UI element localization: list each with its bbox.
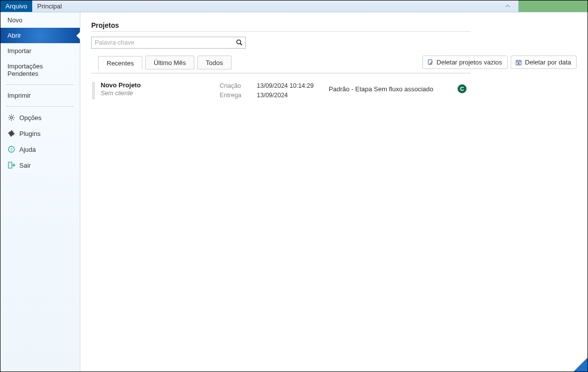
svg-text:?: ?: [10, 147, 12, 152]
svg-line-7: [13, 115, 13, 116]
sidebar-item-label: Sair: [19, 162, 31, 169]
delete-doc-icon: [427, 59, 434, 66]
svg-line-5: [9, 115, 9, 116]
ribbon-tab-principal[interactable]: Principal: [32, 0, 67, 12]
puzzle-icon: [7, 129, 15, 137]
tabs-and-actions-row: Recentes Último Mês Todos Deletar projet…: [91, 56, 577, 69]
project-client: Sem cliente: [101, 90, 220, 97]
svg-line-6: [13, 119, 13, 120]
project-badge-col: C: [458, 81, 467, 93]
page-title: Projetos: [91, 21, 577, 29]
resize-grip-corner[interactable]: [574, 358, 588, 372]
gear-icon: [7, 114, 15, 122]
file-menu-sidebar: Novo Abrir Importar Importações Pendente…: [0, 12, 80, 372]
sidebar-item-label: Plugins: [19, 130, 41, 137]
label-criacao: Criação: [220, 81, 257, 91]
project-status: Padrão - Etapa Sem fluxo associado: [329, 81, 458, 93]
sidebar-item-ajuda[interactable]: ? Ajuda: [0, 141, 80, 157]
search-input[interactable]: [95, 39, 235, 46]
sidebar-item-sair[interactable]: Sair: [0, 157, 80, 173]
project-actions: Deletar projetos vazios Deletar por data: [422, 56, 577, 69]
delete-by-date-button[interactable]: Deletar por data: [511, 56, 577, 69]
sidebar-item-novo[interactable]: Novo: [0, 12, 80, 28]
sidebar-item-abrir[interactable]: Abrir: [0, 28, 80, 43]
exit-icon: [7, 161, 15, 169]
sidebar-item-importar[interactable]: Importar: [0, 43, 80, 59]
tab-recentes[interactable]: Recentes: [98, 56, 142, 70]
status-badge-c: C: [458, 84, 467, 93]
delete-empty-button[interactable]: Deletar projetos vazios: [422, 56, 508, 69]
title-accent-block: [518, 0, 588, 12]
search-box[interactable]: [91, 37, 246, 49]
project-tabs: Recentes Último Mês Todos: [98, 56, 232, 69]
project-date-labels: Criação Entrega: [220, 81, 257, 100]
sidebar-item-opcoes[interactable]: Opções: [0, 110, 80, 125]
help-icon: ?: [7, 145, 15, 153]
svg-point-0: [10, 117, 12, 119]
project-title: Novo Projeto: [101, 81, 220, 89]
main-content: Projetos Recentes Último Mês Todos Delet…: [80, 12, 588, 372]
svg-point-12: [237, 40, 241, 44]
tabs-underline: [91, 73, 470, 73]
sidebar-item-importacoes-pendentes[interactable]: Importações Pendentes: [0, 59, 80, 81]
button-label: Deletar projetos vazios: [437, 59, 502, 66]
value-created: 13/09/2024 10:14:29: [257, 81, 329, 91]
tab-ultimo-mes[interactable]: Último Mês: [145, 56, 194, 69]
svg-rect-11: [8, 162, 12, 168]
svg-line-8: [9, 119, 9, 120]
svg-rect-16: [516, 61, 521, 65]
sidebar-separator: [6, 84, 74, 85]
value-delivery: 13/09/2024: [257, 91, 329, 100]
sidebar-item-plugins[interactable]: Plugins: [0, 125, 80, 141]
calendar-delete-icon: [515, 59, 522, 66]
sidebar-item-label: Opções: [19, 114, 42, 122]
tab-todos[interactable]: Todos: [197, 56, 232, 69]
button-label: Deletar por data: [525, 59, 571, 66]
sidebar-item-label: Ajuda: [19, 146, 36, 153]
top-ribbon: Arquivo Principal: [0, 0, 588, 12]
collapse-ribbon-icon[interactable]: [504, 2, 511, 9]
project-color-bar: [92, 82, 95, 99]
svg-line-13: [240, 44, 242, 46]
ribbon-tab-arquivo[interactable]: Arquivo: [0, 0, 32, 12]
project-date-values: 13/09/2024 10:14:29 13/09/2024: [257, 81, 329, 100]
title-divider: [91, 31, 470, 32]
project-name-col: Novo Projeto Sem cliente: [101, 81, 220, 97]
sidebar-separator: [6, 106, 74, 107]
sidebar-item-imprimir[interactable]: Imprimir: [0, 88, 80, 103]
search-icon[interactable]: [235, 39, 243, 47]
project-list-item[interactable]: Novo Projeto Sem cliente Criação Entrega…: [91, 80, 577, 101]
label-entrega: Entrega: [220, 91, 257, 100]
